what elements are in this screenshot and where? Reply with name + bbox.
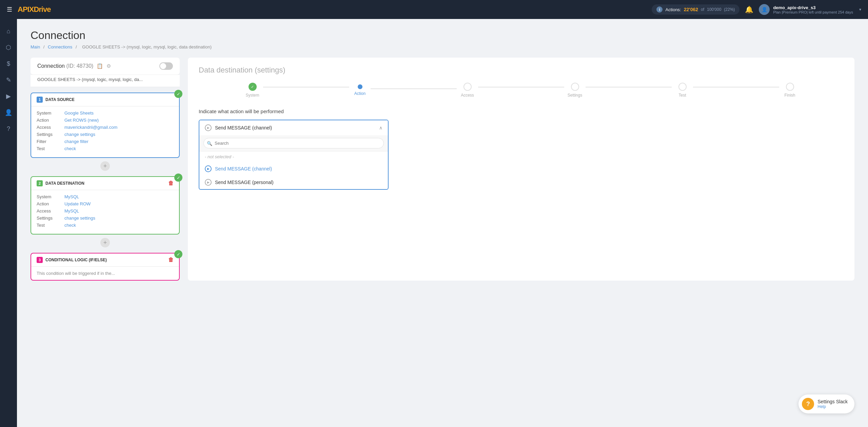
- block2-row-access: Access MySQL: [37, 208, 174, 214]
- block2-title: DATA DESTINATION: [45, 181, 84, 186]
- step-finish[interactable]: Finish: [736, 83, 844, 98]
- actions-label: Actions:: [665, 7, 681, 12]
- add-block-btn-2[interactable]: +: [100, 238, 110, 247]
- username: demo_apix-drive_s3: [773, 5, 853, 10]
- block1-check-icon: ✓: [174, 90, 182, 98]
- sidebar-item-billing[interactable]: $: [2, 57, 15, 70]
- dest-title-sub: (settings): [255, 66, 285, 74]
- dropdown-chevron-icon: ∧: [379, 125, 382, 130]
- sidebar-item-profile[interactable]: 👤: [2, 106, 15, 119]
- add-block-btn-1[interactable]: +: [100, 161, 110, 171]
- user-info: demo_apix-drive_s3 Plan |Premium PRO| le…: [773, 5, 853, 14]
- step-test[interactable]: Test: [629, 83, 736, 98]
- block2-row-action: Action Update ROW: [37, 201, 174, 206]
- left-panel: Connection (ID: 48730) 📋 ⚙ GOOGLE SHEETS…: [31, 58, 180, 281]
- block1-settings-val[interactable]: change settings: [64, 132, 95, 137]
- breadcrumb-main[interactable]: Main: [31, 44, 40, 49]
- block1-row-access: Access maverickandrii@gmail.com: [37, 125, 174, 130]
- block2-system-val[interactable]: MySQL: [64, 194, 79, 199]
- play-icon-opt0: ▶: [205, 165, 212, 172]
- sidebar-item-home[interactable]: ⌂: [2, 24, 15, 38]
- help-button[interactable]: ? Settings Slack Help: [798, 394, 854, 413]
- main-content: Connection Main / Connections / GOOGLE S…: [17, 19, 868, 427]
- dropdown-option-0[interactable]: ▶ Send MESSAGE (channel): [199, 162, 388, 176]
- block2-settings-val[interactable]: change settings: [64, 216, 95, 221]
- play-icon-selected: ▶: [205, 124, 212, 131]
- user-avatar: 👤: [759, 4, 770, 15]
- step-test-label: Test: [678, 93, 686, 98]
- dropdown-not-selected: - not selected -: [199, 151, 388, 162]
- search-input-wrap: 🔍: [203, 138, 384, 148]
- chevron-down-icon: ▾: [859, 7, 861, 12]
- settings-icon[interactable]: ⚙: [106, 63, 111, 69]
- step-access[interactable]: Access: [414, 83, 521, 98]
- user-section[interactable]: 👤 demo_apix-drive_s3 Plan |Premium PRO| …: [759, 4, 861, 15]
- block1-row-test: Test check: [37, 146, 174, 151]
- step-action[interactable]: Action: [306, 84, 414, 96]
- dropdown-selected-row[interactable]: ▶ Send MESSAGE (channel) ∧: [199, 120, 388, 135]
- block1-body: System Google Sheets Action Get ROWS (ne…: [31, 106, 179, 157]
- block2-header: 2 DATA DESTINATION 🗑: [31, 177, 179, 190]
- step-action-label: Action: [354, 91, 366, 96]
- block3-delete-icon[interactable]: 🗑: [168, 257, 174, 263]
- block1-system-val[interactable]: Google Sheets: [64, 110, 94, 116]
- hamburger-menu[interactable]: ☰: [7, 6, 12, 13]
- connector2: +: [31, 238, 180, 247]
- sidebar-item-help[interactable]: ?: [2, 122, 15, 136]
- step-test-circle: [678, 83, 687, 91]
- block1-access-val[interactable]: maverickandrii@gmail.com: [64, 125, 117, 130]
- search-input[interactable]: [203, 138, 384, 148]
- action-prompt: Indicate what action will be performed: [199, 108, 844, 114]
- dropdown-selected-label: Send MESSAGE (channel): [215, 125, 272, 130]
- plan-info: Plan |Premium PRO| left until payment 25…: [773, 10, 853, 14]
- bell-icon[interactable]: 🔔: [745, 5, 753, 14]
- block1-num: 1: [37, 97, 43, 103]
- block1-title: DATA SOURCE: [45, 97, 75, 102]
- block2-delete-icon[interactable]: 🗑: [168, 180, 174, 186]
- step-finish-label: Finish: [784, 93, 795, 98]
- right-panel: Data destination (settings) ✓ System Act…: [188, 58, 854, 281]
- step-access-circle: [463, 83, 472, 91]
- breadcrumb-current: GOOGLE SHEETS -> (mysql, logic, mysql, l…: [82, 44, 212, 49]
- dropdown-option-0-label: Send MESSAGE (channel): [215, 166, 272, 171]
- help-text: Settings Slack Help: [817, 399, 848, 409]
- block2-access-val[interactable]: MySQL: [64, 208, 79, 214]
- block2-test-val[interactable]: check: [64, 223, 76, 228]
- connection-toggle[interactable]: [159, 62, 173, 70]
- step-system[interactable]: ✓ System: [199, 83, 306, 98]
- dropdown-search-area: 🔍: [199, 135, 388, 151]
- sidebar-item-templates[interactable]: ✎: [2, 73, 15, 87]
- logo-text: APIXDrive: [18, 5, 51, 14]
- connection-desc: GOOGLE SHEETS -> (mysql, logic, mysql, l…: [31, 75, 180, 87]
- block1-row-action: Action Get ROWS (new): [37, 118, 174, 123]
- step-access-label: Access: [461, 93, 474, 98]
- dest-title: Data destination (settings): [199, 66, 844, 75]
- block2-action-val[interactable]: Update ROW: [64, 201, 91, 206]
- block1-filter-val[interactable]: change filter: [64, 139, 88, 144]
- step-settings-label: Settings: [568, 93, 582, 98]
- logo-api: API: [18, 5, 29, 14]
- block-conditional-logic: ✓ 3 CONDITIONAL LOGIC (IF/ELSE) 🗑 This c…: [31, 253, 180, 281]
- info-icon: i: [656, 6, 663, 13]
- sidebar-item-media[interactable]: ▶: [2, 89, 15, 103]
- sidebar: ⌂ ⬡ $ ✎ ▶ 👤 ?: [0, 19, 17, 427]
- block3-desc: This condition will be triggered if in t…: [37, 271, 174, 276]
- step-settings-circle: [571, 83, 579, 91]
- dropdown-selected-left: ▶ Send MESSAGE (channel): [205, 124, 272, 131]
- block2-row-settings: Settings change settings: [37, 216, 174, 221]
- sidebar-item-connections[interactable]: ⬡: [2, 41, 15, 54]
- actions-count: 22'062: [684, 7, 698, 12]
- step-settings[interactable]: Settings: [521, 83, 629, 98]
- breadcrumb: Main / Connections / GOOGLE SHEETS -> (m…: [31, 44, 854, 49]
- block1-row-settings: Settings change settings: [37, 132, 174, 137]
- block3-check-icon: ✓: [174, 250, 182, 258]
- actions-total: 100'000: [707, 7, 721, 12]
- action-dropdown[interactable]: ▶ Send MESSAGE (channel) ∧ 🔍 - not selec…: [199, 120, 389, 190]
- dropdown-option-1[interactable]: ▶ Send MESSAGE (personal): [199, 176, 388, 189]
- step-action-circle: [358, 84, 362, 89]
- copy-icon[interactable]: 📋: [97, 63, 103, 69]
- help-subtitle: Help: [817, 404, 848, 409]
- block1-test-val[interactable]: check: [64, 146, 76, 151]
- breadcrumb-connections[interactable]: Connections: [48, 44, 72, 49]
- block1-action-val[interactable]: Get ROWS (new): [64, 118, 99, 123]
